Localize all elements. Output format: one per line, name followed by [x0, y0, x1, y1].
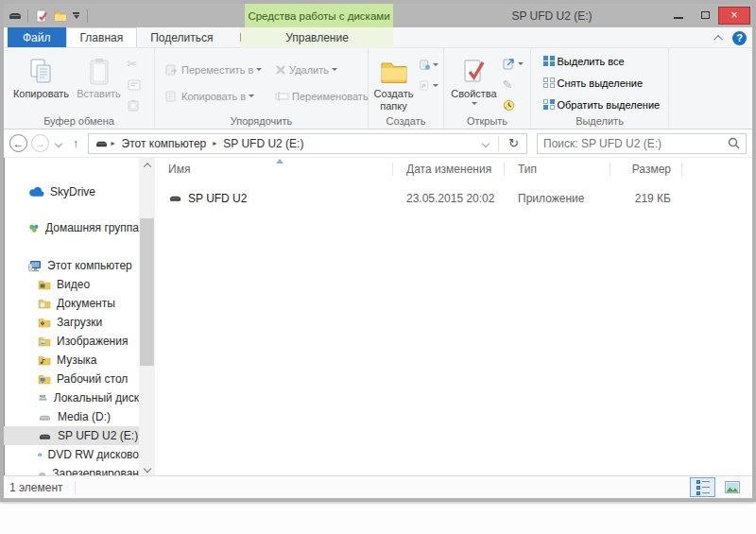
file-name-cell[interactable]: SP UFD U2 — [155, 192, 393, 205]
open-icon — [503, 58, 515, 70]
copy-path-icon — [128, 79, 141, 91]
sidebar-item-homegroup[interactable]: Домашняя группа — [4, 218, 139, 237]
sidebar-item-skydrive[interactable]: SkyDrive — [4, 182, 139, 201]
ribbon-group-organize: Переместить в Удалить Копировать в Переи… — [155, 48, 369, 129]
select-all-label: Выделить все — [558, 56, 625, 67]
sidebar-item-dvd-drive[interactable]: DVD RW дисково — [4, 445, 139, 464]
scroll-down-icon[interactable] — [139, 461, 155, 475]
sidebar-scrollbar[interactable] — [139, 158, 155, 475]
paste-icon — [89, 56, 110, 88]
scrollbar-thumb[interactable] — [140, 218, 154, 366]
collapse-ribbon-icon[interactable] — [713, 34, 723, 43]
sidebar-item-this-pc[interactable]: Этот компьютер — [4, 256, 139, 275]
properties-button[interactable]: Свойства — [449, 52, 500, 113]
sidebar-item-reserved[interactable]: Зарезервирован — [4, 464, 139, 475]
rename-button[interactable]: Переименовать — [272, 88, 371, 105]
sidebar-gap — [4, 237, 139, 256]
select-all-button[interactable]: Выделить все — [541, 53, 627, 70]
drive-icon — [38, 412, 52, 422]
tab-home[interactable]: Главная — [66, 27, 138, 47]
column-header-date[interactable]: Дата изменения — [393, 158, 505, 181]
address-bar[interactable]: ▸ Этот компьютер ▸ SP UFD U2 (E:) ↻ — [88, 133, 528, 154]
tab-manage[interactable]: Управление — [285, 31, 349, 44]
sidebar-item-videos[interactable]: Видео — [4, 275, 139, 294]
qat-properties-icon[interactable] — [33, 9, 51, 24]
sidebar-item-media-d[interactable]: Media (D:) — [4, 407, 139, 426]
forward-button[interactable]: → — [31, 134, 49, 152]
move-to-button[interactable]: Переместить в — [163, 61, 266, 78]
column-header-type[interactable]: Тип — [505, 158, 610, 181]
sidebar-item-music[interactable]: Музыка — [4, 351, 139, 370]
copy-button[interactable]: Копировать — [9, 52, 74, 113]
create-small-buttons — [417, 52, 441, 113]
copy-to-button[interactable]: Копировать в — [163, 88, 266, 105]
paste-button[interactable]: Вставить — [74, 52, 125, 113]
sidebar-item-sp-ufd-u2[interactable]: SP UFD U2 (E:) — [4, 426, 139, 445]
address-history-chevron-icon[interactable] — [482, 139, 490, 146]
computer-icon — [28, 260, 42, 272]
sidebar-item-desktop[interactable]: Рабочий стол — [4, 370, 139, 388]
ribbon-corner-controls: ? — [716, 27, 747, 48]
large-icons-view-button[interactable] — [719, 477, 745, 497]
move-to-icon — [165, 63, 179, 76]
maximize-button[interactable] — [692, 7, 718, 25]
sidebar-item-label: Media (D:) — [58, 410, 111, 423]
sidebar-item-documents[interactable]: Документы — [4, 294, 139, 313]
scroll-up-icon[interactable] — [139, 158, 155, 172]
tab-file[interactable]: Файл — [8, 27, 66, 47]
details-view-button[interactable] — [690, 477, 715, 497]
recent-locations-chevron-icon[interactable] — [55, 139, 62, 146]
new-folder-button[interactable]: Создать папку — [371, 52, 417, 113]
rename-label: Переименовать — [292, 91, 369, 102]
file-type-cell: Приложение — [505, 192, 610, 205]
cut-button[interactable]: ✂ — [125, 56, 149, 73]
sidebar-item-downloads[interactable]: Загрузки — [4, 313, 139, 332]
new-item-button[interactable] — [417, 56, 441, 73]
qat-customize-chevron-icon[interactable] — [70, 12, 82, 19]
sidebar-item-label: SkyDrive — [50, 185, 95, 198]
refresh-icon[interactable]: ↻ — [503, 136, 524, 150]
back-button[interactable]: ← — [9, 134, 27, 152]
scissors-icon: ✂ — [128, 58, 138, 70]
breadcrumb-this-pc[interactable]: Этот компьютер — [118, 137, 211, 150]
help-icon[interactable]: ? — [732, 31, 747, 45]
history-button[interactable] — [500, 96, 526, 113]
clear-selection-button[interactable]: Снять выделение — [541, 75, 645, 92]
chevron-down-icon — [249, 95, 254, 97]
select-group-label: Выделить — [531, 115, 668, 127]
column-header-name[interactable]: Имя — [155, 158, 393, 181]
column-header-size[interactable]: Размер — [610, 158, 682, 181]
sidebar-item-local-disk[interactable]: Локальный диск — [4, 388, 139, 407]
invert-selection-button[interactable]: Обратить выделение — [541, 96, 662, 113]
easy-access-button[interactable] — [417, 77, 441, 94]
breadcrumb-current-drive[interactable]: SP UFD U2 (E:) — [219, 137, 307, 150]
delete-button[interactable]: Удалить — [272, 61, 340, 78]
close-button[interactable]: × — [718, 7, 750, 25]
properties-label: Свойства — [451, 88, 496, 100]
edit-button[interactable]: ✎ — [500, 77, 526, 94]
sidebar-item-label: Документы — [57, 297, 115, 310]
search-box[interactable] — [537, 133, 747, 154]
homegroup-icon — [28, 222, 40, 234]
sidebar-item-pictures[interactable]: Изображения — [4, 332, 139, 351]
minimize-button[interactable] — [665, 7, 692, 25]
qat-new-folder-icon[interactable] — [51, 9, 70, 23]
delete-icon — [275, 64, 286, 76]
paste-shortcut-button[interactable] — [125, 96, 149, 113]
up-button[interactable]: ↑ — [73, 136, 79, 150]
new-item-icon — [420, 59, 430, 71]
window-drive-icon[interactable] — [8, 10, 23, 21]
address-drive-icon[interactable] — [94, 139, 109, 148]
delete-label: Удалить — [289, 64, 329, 76]
titlebar[interactable]: Средства работы с дисками SP UFD U2 (E:)… — [4, 4, 752, 27]
search-input[interactable] — [538, 137, 728, 150]
file-row[interactable]: SP UFD U2 23.05.2015 20:02 Приложение 21… — [155, 188, 752, 208]
history-icon — [503, 99, 515, 112]
tab-share[interactable]: Поделиться — [137, 27, 226, 47]
search-icon[interactable] — [728, 137, 740, 149]
open-button[interactable] — [500, 56, 526, 73]
ribbon-group-create: Создать папку Создать — [369, 48, 444, 129]
clear-selection-label: Снять выделение — [558, 78, 644, 89]
tool-tab-header: Средства работы с дисками — [245, 4, 393, 27]
copy-path-button[interactable] — [125, 77, 149, 94]
